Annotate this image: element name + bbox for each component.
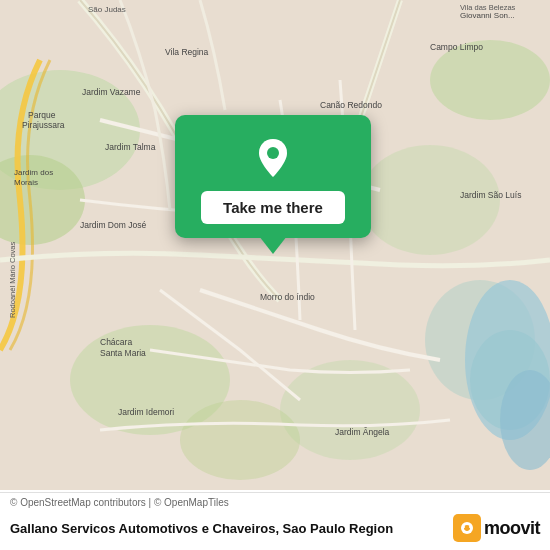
place-info-row: Gallano Servicos Automotivos e Chaveiros… — [0, 510, 550, 550]
svg-text:Chácara: Chácara — [100, 337, 132, 347]
svg-text:Pirajussara: Pirajussara — [22, 120, 65, 130]
svg-text:Parque: Parque — [28, 110, 56, 120]
take-me-there-button[interactable]: Take me there — [201, 191, 345, 224]
place-name-label: Gallano Servicos Automotivos e Chaveiros… — [10, 521, 453, 536]
svg-point-38 — [469, 526, 471, 528]
location-popup[interactable]: Take me there — [175, 115, 371, 238]
moovit-badge: moovit — [453, 514, 540, 542]
svg-point-9 — [180, 400, 300, 480]
svg-text:Canão Redondo: Canão Redondo — [320, 100, 382, 110]
svg-text:Rodoanél Mário Covas: Rodoanél Mário Covas — [8, 241, 17, 318]
svg-text:Campo Limpo: Campo Limpo — [430, 42, 483, 52]
map-attribution: © OpenStreetMap contributors | © OpenMap… — [0, 493, 550, 510]
svg-text:Santa Maria: Santa Maria — [100, 348, 146, 358]
svg-text:Jardim Vazame: Jardim Vazame — [82, 87, 141, 97]
svg-text:Jardim Dom José: Jardim Dom José — [80, 220, 146, 230]
svg-point-8 — [280, 360, 420, 460]
svg-text:São Judas: São Judas — [88, 5, 126, 14]
moovit-wordmark: moovit — [484, 518, 540, 539]
svg-point-33 — [267, 147, 279, 159]
location-pin-icon — [251, 135, 295, 179]
svg-text:Jardim Ângela: Jardim Ângela — [335, 427, 390, 437]
svg-text:Vila das Belezas: Vila das Belezas — [460, 3, 516, 12]
svg-text:Morais: Morais — [14, 178, 38, 187]
svg-text:Jardim Idemori: Jardim Idemori — [118, 407, 174, 417]
svg-text:Morro do índio: Morro do índio — [260, 292, 315, 302]
svg-point-37 — [463, 526, 465, 528]
moovit-icon — [453, 514, 481, 542]
map-view: Parque Pirajussara Vila Regina Jardim Va… — [0, 0, 550, 490]
bottom-bar: © OpenStreetMap contributors | © OpenMap… — [0, 492, 550, 550]
svg-text:Jardim São Luís: Jardim São Luís — [460, 190, 521, 200]
svg-text:Giovanni Son...: Giovanni Son... — [460, 11, 515, 20]
svg-text:Vila Regina: Vila Regina — [165, 47, 209, 57]
svg-text:Jardim dos: Jardim dos — [14, 168, 53, 177]
svg-point-3 — [430, 40, 550, 120]
svg-text:Jardim Talma: Jardim Talma — [105, 142, 156, 152]
svg-point-36 — [464, 525, 470, 531]
svg-point-4 — [360, 145, 500, 255]
